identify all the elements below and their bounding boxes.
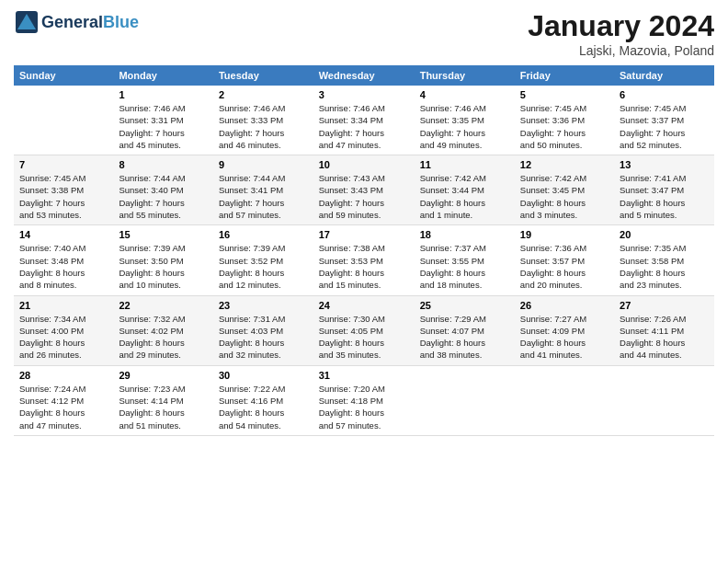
list-item: 6Sunrise: 7:45 AM Sunset: 3:37 PM Daylig… — [614, 86, 714, 155]
list-item: 22Sunrise: 7:32 AM Sunset: 4:02 PM Dayli… — [113, 295, 213, 365]
list-item — [515, 365, 614, 435]
day-number: 18 — [420, 229, 509, 240]
col-friday: Friday — [515, 65, 614, 86]
day-info: Sunrise: 7:40 AM Sunset: 3:48 PM Dayligh… — [19, 242, 108, 291]
day-number: 25 — [420, 300, 509, 311]
day-info: Sunrise: 7:36 AM Sunset: 3:57 PM Dayligh… — [520, 242, 609, 291]
list-item: 23Sunrise: 7:31 AM Sunset: 4:03 PM Dayli… — [213, 295, 313, 365]
list-item: 16Sunrise: 7:39 AM Sunset: 3:52 PM Dayli… — [213, 225, 313, 295]
day-number: 4 — [420, 89, 509, 100]
day-number: 8 — [119, 159, 208, 170]
col-saturday: Saturday — [614, 65, 714, 86]
header: GeneralBlue January 2024 Lajski, Mazovia… — [14, 9, 714, 58]
day-info: Sunrise: 7:42 AM Sunset: 3:44 PM Dayligh… — [420, 172, 509, 221]
list-item: 15Sunrise: 7:39 AM Sunset: 3:50 PM Dayli… — [113, 225, 213, 295]
day-number: 9 — [219, 159, 308, 170]
list-item: 5Sunrise: 7:45 AM Sunset: 3:36 PM Daylig… — [515, 86, 614, 155]
list-item: 18Sunrise: 7:37 AM Sunset: 3:55 PM Dayli… — [415, 225, 515, 295]
list-item: 4Sunrise: 7:46 AM Sunset: 3:35 PM Daylig… — [415, 86, 515, 155]
logo-general: General — [41, 13, 103, 31]
day-info: Sunrise: 7:46 AM Sunset: 3:35 PM Dayligh… — [420, 102, 509, 151]
list-item: 8Sunrise: 7:44 AM Sunset: 3:40 PM Daylig… — [113, 155, 213, 225]
day-info: Sunrise: 7:39 AM Sunset: 3:52 PM Dayligh… — [219, 242, 308, 291]
day-number: 11 — [420, 159, 509, 170]
table-row: 21Sunrise: 7:34 AM Sunset: 4:00 PM Dayli… — [14, 295, 714, 365]
page-container: GeneralBlue January 2024 Lajski, Mazovia… — [0, 0, 728, 445]
day-info: Sunrise: 7:26 AM Sunset: 4:11 PM Dayligh… — [620, 313, 709, 362]
day-info: Sunrise: 7:30 AM Sunset: 4:05 PM Dayligh… — [319, 313, 409, 362]
day-number: 3 — [319, 89, 409, 100]
list-item: 2Sunrise: 7:46 AM Sunset: 3:33 PM Daylig… — [213, 86, 313, 155]
day-number: 23 — [219, 300, 308, 311]
list-item: 10Sunrise: 7:43 AM Sunset: 3:43 PM Dayli… — [313, 155, 415, 225]
title-block: January 2024 Lajski, Mazovia, Poland — [528, 9, 714, 58]
day-number: 19 — [520, 229, 609, 240]
day-info: Sunrise: 7:46 AM Sunset: 3:34 PM Dayligh… — [319, 102, 409, 151]
day-number: 17 — [319, 229, 409, 240]
day-info: Sunrise: 7:41 AM Sunset: 3:47 PM Dayligh… — [620, 172, 709, 221]
day-number: 28 — [19, 370, 108, 381]
list-item: 26Sunrise: 7:27 AM Sunset: 4:09 PM Dayli… — [515, 295, 614, 365]
day-info: Sunrise: 7:29 AM Sunset: 4:07 PM Dayligh… — [420, 313, 509, 362]
header-row: Sunday Monday Tuesday Wednesday Thursday… — [14, 65, 714, 86]
list-item: 11Sunrise: 7:42 AM Sunset: 3:44 PM Dayli… — [415, 155, 515, 225]
col-wednesday: Wednesday — [313, 65, 415, 86]
list-item: 14Sunrise: 7:40 AM Sunset: 3:48 PM Dayli… — [14, 225, 113, 295]
day-number: 13 — [620, 159, 709, 170]
day-number: 26 — [520, 300, 609, 311]
day-info: Sunrise: 7:34 AM Sunset: 4:00 PM Dayligh… — [19, 313, 108, 362]
day-info: Sunrise: 7:42 AM Sunset: 3:45 PM Dayligh… — [520, 172, 609, 221]
list-item: 28Sunrise: 7:24 AM Sunset: 4:12 PM Dayli… — [14, 365, 113, 435]
day-info: Sunrise: 7:22 AM Sunset: 4:16 PM Dayligh… — [219, 383, 308, 431]
day-info: Sunrise: 7:23 AM Sunset: 4:14 PM Dayligh… — [119, 383, 208, 431]
day-number: 20 — [620, 229, 709, 240]
col-thursday: Thursday — [415, 65, 515, 86]
day-info: Sunrise: 7:44 AM Sunset: 3:41 PM Dayligh… — [219, 172, 308, 221]
day-info: Sunrise: 7:20 AM Sunset: 4:18 PM Dayligh… — [319, 383, 409, 431]
day-number: 24 — [319, 300, 409, 311]
logo: GeneralBlue — [14, 9, 139, 35]
list-item — [14, 86, 113, 155]
day-info: Sunrise: 7:45 AM Sunset: 3:37 PM Dayligh… — [620, 102, 709, 151]
list-item: 30Sunrise: 7:22 AM Sunset: 4:16 PM Dayli… — [213, 365, 313, 435]
day-info: Sunrise: 7:35 AM Sunset: 3:58 PM Dayligh… — [620, 242, 709, 291]
list-item: 27Sunrise: 7:26 AM Sunset: 4:11 PM Dayli… — [614, 295, 714, 365]
day-info: Sunrise: 7:27 AM Sunset: 4:09 PM Dayligh… — [520, 313, 609, 362]
list-item — [415, 365, 515, 435]
day-info: Sunrise: 7:31 AM Sunset: 4:03 PM Dayligh… — [219, 313, 308, 362]
day-number: 29 — [119, 370, 208, 381]
day-number: 10 — [319, 159, 409, 170]
day-number: 14 — [19, 229, 108, 240]
list-item: 12Sunrise: 7:42 AM Sunset: 3:45 PM Dayli… — [515, 155, 614, 225]
list-item: 19Sunrise: 7:36 AM Sunset: 3:57 PM Dayli… — [515, 225, 614, 295]
calendar-subtitle: Lajski, Mazovia, Poland — [528, 43, 714, 58]
list-item: 29Sunrise: 7:23 AM Sunset: 4:14 PM Dayli… — [113, 365, 213, 435]
day-info: Sunrise: 7:38 AM Sunset: 3:53 PM Dayligh… — [319, 242, 409, 291]
day-number: 2 — [219, 89, 308, 100]
table-row: 1Sunrise: 7:46 AM Sunset: 3:31 PM Daylig… — [14, 86, 714, 155]
day-info: Sunrise: 7:46 AM Sunset: 3:33 PM Dayligh… — [219, 102, 308, 151]
day-number: 15 — [119, 229, 208, 240]
day-info: Sunrise: 7:32 AM Sunset: 4:02 PM Dayligh… — [119, 313, 208, 362]
day-info: Sunrise: 7:46 AM Sunset: 3:31 PM Dayligh… — [119, 102, 208, 151]
table-row: 28Sunrise: 7:24 AM Sunset: 4:12 PM Dayli… — [14, 365, 714, 435]
logo-icon — [14, 9, 40, 35]
table-row: 7Sunrise: 7:45 AM Sunset: 3:38 PM Daylig… — [14, 155, 714, 225]
table-row: 14Sunrise: 7:40 AM Sunset: 3:48 PM Dayli… — [14, 225, 714, 295]
list-item: 17Sunrise: 7:38 AM Sunset: 3:53 PM Dayli… — [313, 225, 415, 295]
day-info: Sunrise: 7:43 AM Sunset: 3:43 PM Dayligh… — [319, 172, 409, 221]
list-item: 3Sunrise: 7:46 AM Sunset: 3:34 PM Daylig… — [313, 86, 415, 155]
list-item — [614, 365, 714, 435]
day-number: 27 — [620, 300, 709, 311]
day-number: 21 — [19, 300, 108, 311]
day-number: 22 — [119, 300, 208, 311]
day-info: Sunrise: 7:45 AM Sunset: 3:38 PM Dayligh… — [19, 172, 108, 221]
day-info: Sunrise: 7:45 AM Sunset: 3:36 PM Dayligh… — [520, 102, 609, 151]
col-monday: Monday — [113, 65, 213, 86]
day-number: 31 — [319, 370, 409, 381]
list-item: 24Sunrise: 7:30 AM Sunset: 4:05 PM Dayli… — [313, 295, 415, 365]
day-number: 12 — [520, 159, 609, 170]
day-number: 7 — [19, 159, 108, 170]
day-number: 5 — [520, 89, 609, 100]
day-info: Sunrise: 7:24 AM Sunset: 4:12 PM Dayligh… — [19, 383, 108, 431]
